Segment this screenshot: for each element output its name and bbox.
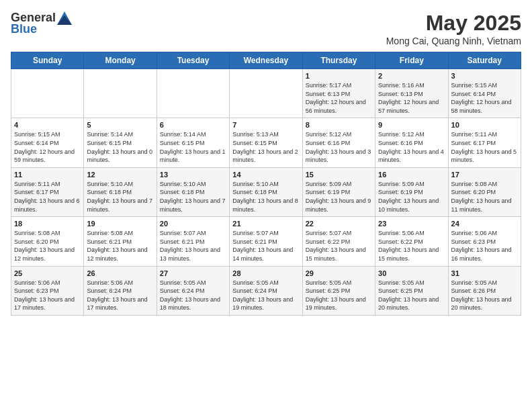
day-number: 8 (306, 121, 372, 129)
day-info: Sunrise: 5:09 AM Sunset: 6:19 PM Dayligh… (306, 180, 372, 214)
calendar-cell: 15Sunrise: 5:09 AM Sunset: 6:19 PM Dayli… (302, 167, 375, 216)
day-info: Sunrise: 5:10 AM Sunset: 6:18 PM Dayligh… (232, 180, 299, 214)
day-info: Sunrise: 5:06 AM Sunset: 6:24 PM Dayligh… (87, 279, 153, 312)
calendar-week-row: 11Sunrise: 5:11 AM Sunset: 6:17 PM Dayli… (11, 167, 521, 216)
calendar-cell: 11Sunrise: 5:11 AM Sunset: 6:17 PM Dayli… (11, 167, 84, 216)
day-number: 30 (378, 269, 445, 277)
calendar-cell: 16Sunrise: 5:09 AM Sunset: 6:19 PM Dayli… (375, 167, 448, 216)
logo-icon (57, 11, 72, 25)
day-info: Sunrise: 5:05 AM Sunset: 6:24 PM Dayligh… (232, 279, 299, 312)
day-info: Sunrise: 5:12 AM Sunset: 6:16 PM Dayligh… (306, 130, 372, 164)
day-info: Sunrise: 5:07 AM Sunset: 6:22 PM Dayligh… (306, 229, 372, 263)
calendar-cell: 25Sunrise: 5:06 AM Sunset: 6:23 PM Dayli… (11, 266, 84, 315)
day-info: Sunrise: 5:12 AM Sunset: 6:16 PM Dayligh… (378, 130, 445, 164)
day-info: Sunrise: 5:15 AM Sunset: 6:14 PM Dayligh… (451, 81, 518, 115)
day-number: 5 (87, 121, 153, 129)
calendar-cell: 26Sunrise: 5:06 AM Sunset: 6:24 PM Dayli… (84, 266, 157, 315)
calendar-cell: 31Sunrise: 5:05 AM Sunset: 6:26 PM Dayli… (448, 266, 521, 315)
day-number: 31 (451, 269, 518, 277)
day-number: 19 (87, 220, 153, 228)
day-info: Sunrise: 5:16 AM Sunset: 6:13 PM Dayligh… (378, 81, 445, 115)
day-info: Sunrise: 5:05 AM Sunset: 6:24 PM Dayligh… (160, 279, 226, 312)
day-number: 29 (306, 269, 372, 277)
calendar-cell (230, 69, 302, 118)
calendar-cell: 9Sunrise: 5:12 AM Sunset: 6:16 PM Daylig… (375, 118, 448, 167)
day-info: Sunrise: 5:05 AM Sunset: 6:25 PM Dayligh… (306, 279, 372, 312)
day-info: Sunrise: 5:11 AM Sunset: 6:17 PM Dayligh… (14, 180, 81, 214)
day-number: 25 (14, 269, 81, 277)
header-day: Monday (84, 52, 157, 69)
logo: General Blue (11, 11, 72, 36)
calendar-week-row: 25Sunrise: 5:06 AM Sunset: 6:23 PM Dayli… (11, 266, 521, 315)
day-info: Sunrise: 5:09 AM Sunset: 6:19 PM Dayligh… (378, 180, 445, 214)
calendar-cell: 13Sunrise: 5:10 AM Sunset: 6:18 PM Dayli… (157, 167, 229, 216)
day-info: Sunrise: 5:06 AM Sunset: 6:22 PM Dayligh… (378, 229, 445, 263)
calendar-cell: 22Sunrise: 5:07 AM Sunset: 6:22 PM Dayli… (302, 217, 375, 266)
calendar-cell: 19Sunrise: 5:08 AM Sunset: 6:21 PM Dayli… (84, 217, 157, 266)
header-day: Tuesday (157, 52, 229, 69)
calendar-cell: 12Sunrise: 5:10 AM Sunset: 6:18 PM Dayli… (84, 167, 157, 216)
day-info: Sunrise: 5:05 AM Sunset: 6:25 PM Dayligh… (378, 279, 445, 312)
day-number: 14 (232, 171, 299, 179)
day-info: Sunrise: 5:10 AM Sunset: 6:18 PM Dayligh… (160, 180, 226, 214)
calendar-cell (84, 69, 157, 118)
day-number: 13 (160, 171, 226, 179)
day-info: Sunrise: 5:15 AM Sunset: 6:14 PM Dayligh… (14, 130, 81, 164)
day-info: Sunrise: 5:08 AM Sunset: 6:20 PM Dayligh… (451, 180, 518, 214)
calendar-cell: 23Sunrise: 5:06 AM Sunset: 6:22 PM Dayli… (375, 217, 448, 266)
day-number: 15 (306, 171, 372, 179)
calendar-cell (11, 69, 84, 118)
day-number: 7 (232, 121, 299, 129)
calendar-cell: 7Sunrise: 5:13 AM Sunset: 6:15 PM Daylig… (230, 118, 302, 167)
calendar-cell: 24Sunrise: 5:06 AM Sunset: 6:23 PM Dayli… (448, 217, 521, 266)
day-info: Sunrise: 5:17 AM Sunset: 6:13 PM Dayligh… (306, 81, 372, 115)
calendar-cell: 4Sunrise: 5:15 AM Sunset: 6:14 PM Daylig… (11, 118, 84, 167)
day-number: 17 (451, 171, 518, 179)
calendar-cell (157, 69, 229, 118)
calendar-cell: 21Sunrise: 5:07 AM Sunset: 6:21 PM Dayli… (230, 217, 302, 266)
day-number: 11 (14, 171, 81, 179)
day-info: Sunrise: 5:08 AM Sunset: 6:20 PM Dayligh… (14, 229, 81, 263)
day-number: 6 (160, 121, 226, 129)
day-number: 1 (306, 72, 372, 80)
title-block: May 2025 Mong Cai, Quang Ninh, Vietnam (386, 11, 521, 46)
calendar-week-row: 18Sunrise: 5:08 AM Sunset: 6:20 PM Dayli… (11, 217, 521, 266)
day-number: 2 (378, 72, 445, 80)
day-info: Sunrise: 5:11 AM Sunset: 6:17 PM Dayligh… (451, 130, 518, 164)
day-number: 20 (160, 220, 226, 228)
day-info: Sunrise: 5:07 AM Sunset: 6:21 PM Dayligh… (232, 229, 299, 263)
calendar-cell: 18Sunrise: 5:08 AM Sunset: 6:20 PM Dayli… (11, 217, 84, 266)
day-info: Sunrise: 5:08 AM Sunset: 6:21 PM Dayligh… (87, 229, 153, 263)
day-number: 27 (160, 269, 226, 277)
calendar-cell: 6Sunrise: 5:14 AM Sunset: 6:15 PM Daylig… (157, 118, 229, 167)
calendar-cell: 5Sunrise: 5:14 AM Sunset: 6:15 PM Daylig… (84, 118, 157, 167)
calendar-cell: 10Sunrise: 5:11 AM Sunset: 6:17 PM Dayli… (448, 118, 521, 167)
calendar-week-row: 4Sunrise: 5:15 AM Sunset: 6:14 PM Daylig… (11, 118, 521, 167)
day-number: 24 (451, 220, 518, 228)
day-number: 26 (87, 269, 153, 277)
logo-blue: Blue (11, 22, 37, 36)
header-day: Thursday (302, 52, 375, 69)
header-day: Wednesday (230, 52, 302, 69)
day-info: Sunrise: 5:10 AM Sunset: 6:18 PM Dayligh… (87, 180, 153, 214)
day-number: 3 (451, 72, 518, 80)
day-number: 22 (306, 220, 372, 228)
calendar-cell: 17Sunrise: 5:08 AM Sunset: 6:20 PM Dayli… (448, 167, 521, 216)
day-number: 16 (378, 171, 445, 179)
calendar-cell: 2Sunrise: 5:16 AM Sunset: 6:13 PM Daylig… (375, 69, 448, 118)
day-info: Sunrise: 5:07 AM Sunset: 6:21 PM Dayligh… (160, 229, 226, 263)
day-number: 4 (14, 121, 81, 129)
day-info: Sunrise: 5:06 AM Sunset: 6:23 PM Dayligh… (14, 279, 81, 312)
page-subtitle: Mong Cai, Quang Ninh, Vietnam (386, 36, 521, 46)
day-info: Sunrise: 5:05 AM Sunset: 6:26 PM Dayligh… (451, 279, 518, 312)
calendar-cell: 3Sunrise: 5:15 AM Sunset: 6:14 PM Daylig… (448, 69, 521, 118)
day-number: 9 (378, 121, 445, 129)
header-day: Sunday (11, 52, 84, 69)
page-title: May 2025 (386, 11, 521, 36)
calendar-table: SundayMondayTuesdayWednesdayThursdayFrid… (11, 52, 521, 316)
header-day: Friday (375, 52, 448, 69)
day-info: Sunrise: 5:13 AM Sunset: 6:15 PM Dayligh… (232, 130, 299, 164)
day-number: 10 (451, 121, 518, 129)
day-info: Sunrise: 5:14 AM Sunset: 6:15 PM Dayligh… (160, 130, 226, 164)
calendar-cell: 20Sunrise: 5:07 AM Sunset: 6:21 PM Dayli… (157, 217, 229, 266)
